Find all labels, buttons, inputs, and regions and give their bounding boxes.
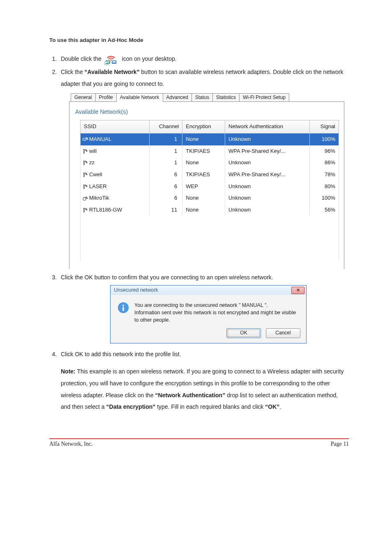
note-t4: .: [279, 403, 281, 410]
dialog-line1: You are connecting to the unsecured netw…: [134, 302, 300, 309]
tab-status[interactable]: Status: [191, 93, 213, 101]
svg-point-10: [83, 149, 85, 150]
table-row[interactable]: zz1NoneUnknown86%: [81, 157, 339, 169]
tab-advanced[interactable]: Advanced: [163, 93, 192, 101]
svg-rect-9: [84, 150, 85, 154]
svg-point-1: [110, 59, 112, 61]
svg-rect-11: [84, 161, 85, 165]
network-type-icon: [82, 195, 88, 201]
svg-rect-8: [83, 138, 86, 140]
table-row[interactable]: LASER6WEPUnknown80%: [81, 181, 339, 193]
network-type-icon: [82, 207, 88, 213]
svg-rect-15: [84, 185, 85, 189]
note-paragraph: Note: This example is an open wireless n…: [61, 366, 349, 413]
dialog-line2: Information sent over this network is no…: [134, 309, 300, 324]
network-type-icon: [82, 172, 88, 178]
table-row[interactable]: MikroTik6NoneUnknown100%: [81, 192, 339, 204]
cancel-button[interactable]: Cancel: [266, 328, 300, 338]
table-row[interactable]: Cwell6TKIP/AESWPA Pre-Shared Key/...78%: [81, 169, 339, 181]
steps-list: Double click the: [49, 53, 349, 413]
svg-point-22: [122, 305, 124, 306]
note-b1: “Network Authentication”: [155, 392, 226, 398]
step-1: Double click the: [58, 53, 349, 65]
svg-point-19: [83, 208, 85, 209]
step2-bold: “Available Network”: [85, 69, 140, 75]
dialog-close-button[interactable]: ✕: [291, 287, 304, 294]
close-icon: ✕: [296, 288, 300, 292]
tab-available-network[interactable]: Available Network: [116, 93, 163, 102]
note-t3: type. Fill in each required blanks and c…: [155, 403, 265, 410]
table-row[interactable]: will1TKIP/AESWPA Pre-Shared Key/...96%: [81, 145, 339, 157]
unsecured-network-dialog: Unsecured network ✕: [110, 285, 307, 343]
col-encryption[interactable]: Encryption: [182, 120, 225, 134]
svg-point-14: [83, 173, 85, 174]
step2-a: Click the: [61, 69, 85, 75]
networks-table: SSID Channel Encryption Network Authenti…: [80, 120, 339, 216]
step1-post: icon on your desktop.: [122, 55, 177, 62]
network-type-icon: [82, 160, 88, 166]
svg-point-17: [83, 198, 86, 200]
note-label: Note:: [61, 368, 76, 375]
page-footer: Alfa Network, Inc. Page 11: [49, 439, 349, 447]
col-ssid[interactable]: SSID: [81, 120, 150, 134]
tab-profile[interactable]: Profile: [95, 93, 117, 101]
svg-rect-13: [84, 173, 85, 177]
available-network-panel: General Profile Available Network Advanc…: [69, 92, 344, 269]
step-4: Click OK to add this network into the pr…: [58, 348, 349, 413]
table-row[interactable]: MANUAL1NoneUnknown100%: [81, 134, 339, 145]
step1-pre: Double click the: [61, 55, 103, 62]
svg-point-16: [83, 184, 85, 186]
dialog-title: Unsecured network: [114, 285, 158, 296]
col-channel[interactable]: Channel: [150, 120, 182, 134]
step-3: Click the OK button to confirm that you …: [58, 272, 349, 343]
col-signal[interactable]: Signal: [309, 120, 339, 134]
step3-text: Click the OK button to confirm that you …: [61, 274, 273, 281]
tab-statistics[interactable]: Statistics: [212, 93, 240, 101]
col-auth[interactable]: Network Authentication: [225, 120, 310, 134]
table-row[interactable]: RTL8186-GW11NoneUnknown56%: [81, 204, 339, 216]
network-type-icon: [82, 136, 88, 143]
note-b3: “OK”: [265, 403, 279, 410]
note-b2: “Data encryption”: [106, 403, 156, 410]
svg-rect-18: [84, 209, 85, 212]
footer-left: Alfa Network, Inc.: [49, 441, 93, 447]
tab-general[interactable]: General: [71, 93, 96, 101]
tab-wifi-protect-setup[interactable]: Wi-Fi Protect Setup: [239, 93, 289, 101]
info-icon: [117, 302, 129, 314]
svg-rect-5: [112, 61, 115, 63]
network-type-icon: [82, 148, 88, 154]
ok-button[interactable]: OK: [226, 328, 261, 338]
page-heading: To use this adapter in Ad-Hoc Mode: [49, 37, 349, 43]
network-type-icon: [82, 184, 88, 190]
available-networks-subheading: Available Network(s): [69, 106, 344, 120]
footer-right: Page 11: [331, 441, 349, 447]
tab-strip: General Profile Available Network Advanc…: [69, 92, 344, 102]
svg-point-12: [83, 161, 85, 162]
desktop-shortcut-icon: [104, 53, 118, 65]
svg-rect-23: [122, 307, 124, 311]
step4-text: Click OK to add this network into the pr…: [61, 351, 181, 357]
step-2: Click the “Available Network” button to …: [58, 66, 349, 269]
